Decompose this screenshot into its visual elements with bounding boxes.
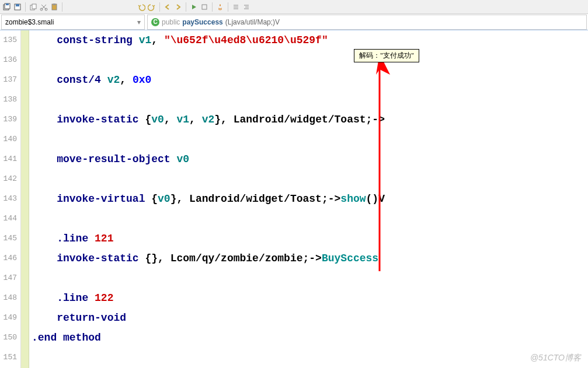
save-icon[interactable] [13, 2, 22, 12]
line-number: 135 [0, 30, 17, 50]
line-number: 145 [0, 229, 17, 248]
code-line[interactable]: invoke-static {v0, v1, v2}, Landroid/wid… [32, 110, 588, 129]
line-number: 144 [0, 209, 17, 229]
method-name: paySuccess [182, 18, 222, 26]
code-editor[interactable]: 1351361371381391401411421431441451461471… [0, 30, 588, 368]
line-number: 142 [0, 169, 17, 189]
decode-tooltip: 解码："支付成功" [354, 49, 419, 62]
code-line[interactable] [32, 129, 588, 149]
indent-icon[interactable] [242, 2, 251, 12]
line-number: 149 [0, 308, 17, 328]
svg-rect-11 [202, 5, 207, 9]
line-number: 150 [0, 328, 17, 348]
code-line[interactable] [32, 209, 588, 229]
code-line[interactable]: invoke-virtual {v0}, Landroid/widget/Toa… [32, 189, 588, 209]
line-number: 140 [0, 129, 17, 149]
line-number: 146 [0, 248, 17, 268]
line-number: 136 [0, 50, 17, 70]
method-breadcrumb[interactable]: C public paySuccess (Ljava/util/Map;)V [147, 15, 587, 30]
line-number: 143 [0, 189, 17, 209]
redo-icon[interactable] [147, 2, 156, 12]
code-line[interactable]: move-result-object v0 [32, 149, 588, 169]
code-line[interactable]: .line 122 [32, 288, 588, 308]
java-icon[interactable] [215, 2, 225, 12]
svg-rect-2 [6, 3, 9, 5]
undo-icon[interactable] [137, 2, 146, 12]
save-all-icon[interactable] [2, 2, 12, 12]
filename-label: zombie$3.smali [5, 18, 54, 26]
line-number: 148 [0, 288, 17, 308]
code-line[interactable]: const-string v1, "\u652f\u4ed8\u6210\u52… [32, 30, 588, 50]
code-line[interactable] [32, 50, 588, 70]
code-line[interactable] [32, 169, 588, 189]
line-gutter: 1351361371381391401411421431441451461471… [0, 30, 21, 368]
code-line[interactable] [32, 90, 588, 110]
line-number: 141 [0, 149, 17, 169]
code-line[interactable]: .line 121 [32, 229, 588, 248]
forward-icon[interactable] [173, 2, 183, 12]
navigation-bar: zombie$3.smali ▾ C public paySuccess (Lj… [0, 14, 588, 30]
list-icon[interactable] [231, 2, 241, 12]
cut-icon[interactable] [39, 2, 48, 12]
code-line[interactable]: const/4 v2, 0x0 [32, 70, 588, 90]
watermark: @51CTO博客 [530, 353, 581, 363]
code-line[interactable]: return-void [32, 308, 588, 328]
back-icon[interactable] [163, 2, 172, 12]
code-line[interactable]: invoke-static {}, Lcom/qy/zombie/zombie;… [32, 248, 588, 268]
line-number: 139 [0, 110, 17, 129]
chevron-down-icon: ▾ [137, 18, 141, 26]
file-dropdown[interactable]: zombie$3.smali ▾ [1, 15, 145, 30]
line-number: 147 [0, 268, 17, 288]
svg-rect-4 [16, 4, 19, 6]
method-modifier: public [162, 18, 180, 26]
method-public-icon: C [151, 18, 159, 26]
code-line[interactable] [32, 268, 588, 288]
line-number: 137 [0, 70, 17, 90]
box-icon[interactable] [200, 2, 209, 12]
code-line[interactable] [32, 348, 588, 367]
method-signature: (Ljava/util/Map;)V [225, 18, 280, 26]
run-icon[interactable] [189, 2, 199, 12]
copy-icon[interactable] [29, 2, 38, 12]
svg-rect-6 [32, 4, 36, 9]
margin-bar [21, 30, 29, 368]
svg-rect-10 [53, 3, 55, 5]
top-toolbar [0, 0, 588, 14]
code-line[interactable]: .end method [32, 328, 588, 348]
line-number: 151 [0, 348, 17, 367]
code-area[interactable]: 解码："支付成功" const-string v1, "\u652f\u4ed8… [29, 30, 588, 368]
paste-icon[interactable] [50, 2, 59, 12]
line-number: 138 [0, 90, 17, 110]
